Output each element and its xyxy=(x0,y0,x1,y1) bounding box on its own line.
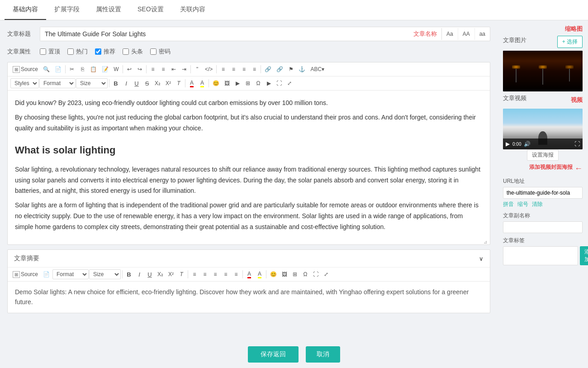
summary-remove-format-btn[interactable]: T xyxy=(176,269,186,279)
summary-bold-btn[interactable]: B xyxy=(124,269,134,279)
emoticon-btn[interactable]: 😊 xyxy=(210,78,222,88)
summary-source-btn[interactable]: ⊞ Source xyxy=(10,269,40,279)
underline-btn[interactable]: U xyxy=(132,78,142,88)
attr-hot[interactable]: 热门 xyxy=(67,48,88,56)
tab-attrs[interactable]: 属性设置 xyxy=(88,0,129,20)
summary-highlight-btn[interactable]: A xyxy=(255,269,265,279)
summary-font-color-btn[interactable]: A xyxy=(244,269,254,279)
indent-dec-btn[interactable]: ⇤ xyxy=(169,64,179,74)
ul-btn[interactable]: ≡ xyxy=(158,64,168,74)
anchor-btn[interactable]: ⚓ xyxy=(296,64,308,74)
summary-align-center-btn[interactable]: ≡ xyxy=(221,269,231,279)
summary-align-right-btn[interactable]: ≡ xyxy=(231,269,241,279)
doc-btn[interactable]: 📄 xyxy=(52,64,64,74)
youtube-btn[interactable]: ▶ xyxy=(264,78,274,88)
copy-btn[interactable]: ⎘ xyxy=(77,64,87,74)
superscript-btn[interactable]: X² xyxy=(163,78,173,88)
flag-btn[interactable]: ⚑ xyxy=(286,64,296,74)
summary-maximize-btn[interactable]: ⤢ xyxy=(321,269,331,279)
italic-btn[interactable]: I xyxy=(121,78,131,88)
editor-resize-handle[interactable]: ⊿ xyxy=(484,238,490,244)
bold-btn[interactable]: B xyxy=(111,78,121,88)
align-right-btn[interactable]: ≡ xyxy=(239,64,249,74)
align-justify-btn[interactable]: ≡ xyxy=(249,64,259,74)
undo-btn[interactable]: ↩ xyxy=(124,64,134,74)
tab-basic[interactable]: 基础内容 xyxy=(5,0,46,20)
editor-body[interactable]: Did you know? By 2023, using eco-friendl… xyxy=(8,91,490,244)
fullscreen-btn[interactable]: ⛶ xyxy=(274,78,284,88)
summary-subscript-btn[interactable]: X₂ xyxy=(155,269,166,279)
attr-password[interactable]: 密码 xyxy=(150,48,171,56)
thumbnail-select-btn[interactable]: + 选择 xyxy=(557,36,583,48)
summary-emoticon-btn[interactable]: 😊 xyxy=(268,269,279,279)
video-volume-btn[interactable]: 🔊 xyxy=(524,141,531,147)
format-select[interactable]: Format xyxy=(39,78,76,88)
remove-format-btn[interactable]: T xyxy=(174,78,184,88)
tab-seo[interactable]: SEO设置 xyxy=(129,0,172,20)
attr-hot-checkbox[interactable] xyxy=(67,48,74,55)
paste-text-btn[interactable]: 📝 xyxy=(100,64,111,74)
font-color-btn[interactable]: A xyxy=(187,78,197,88)
summary-italic-btn[interactable]: I xyxy=(134,269,144,279)
summary-header[interactable]: 文章摘要 ∨ xyxy=(8,250,490,268)
cancel-btn[interactable]: 取消 xyxy=(306,346,340,363)
case-aa2-btn[interactable]: aa xyxy=(475,28,490,40)
image-btn[interactable]: 🖼 xyxy=(222,78,232,88)
url-clear-btn[interactable]: 清除 xyxy=(532,201,543,208)
paste-btn[interactable]: 📋 xyxy=(88,64,99,74)
summary-table-btn[interactable]: ⊞ xyxy=(290,269,300,279)
subtitle-input[interactable] xyxy=(503,221,583,233)
summary-image-btn[interactable]: 🖼 xyxy=(280,269,289,279)
title-input[interactable] xyxy=(40,27,409,41)
summary-format-select[interactable]: Format xyxy=(52,269,89,279)
summary-special-char-btn[interactable]: Ω xyxy=(300,269,310,279)
video-fullscreen-btn[interactable]: ⛶ xyxy=(574,141,580,147)
styles-select[interactable]: Styles xyxy=(10,78,39,88)
summary-align-left-btn[interactable]: ≡ xyxy=(210,269,220,279)
url-shorten-btn[interactable]: 缩号 xyxy=(517,201,528,208)
summary-doc-btn[interactable]: 📄 xyxy=(41,269,52,279)
strike-btn[interactable]: S xyxy=(142,78,152,88)
align-center-btn[interactable]: ≡ xyxy=(228,64,238,74)
summary-underline-btn[interactable]: U xyxy=(145,269,155,279)
search-btn[interactable]: 🔍 xyxy=(41,64,52,74)
url-input[interactable] xyxy=(503,187,583,199)
quote-btn[interactable]: " xyxy=(192,64,202,74)
summary-ol-btn[interactable]: ≡ xyxy=(190,269,199,279)
redo-btn[interactable]: ↪ xyxy=(135,64,145,74)
summary-fullscreen-btn[interactable]: ⛶ xyxy=(311,269,321,279)
special-char-btn[interactable]: Ω xyxy=(253,78,263,88)
attr-zhiding-checkbox[interactable] xyxy=(40,48,46,55)
poster-btn[interactable]: 设置海报 xyxy=(527,149,559,161)
video-play-btn[interactable]: ▶ xyxy=(506,141,510,147)
summary-superscript-btn[interactable]: X² xyxy=(166,269,176,279)
url-pinyin-btn[interactable]: 拼音 xyxy=(503,201,514,208)
tab-extended[interactable]: 扩展字段 xyxy=(46,0,88,20)
highlight-btn[interactable]: A xyxy=(197,78,207,88)
attr-password-checkbox[interactable] xyxy=(150,48,156,55)
source-btn[interactable]: ⊞ Source xyxy=(10,64,40,74)
attr-recommend-checkbox[interactable] xyxy=(95,48,101,55)
indent-inc-btn[interactable]: ⇥ xyxy=(179,64,189,74)
ol-btn[interactable]: ≡ xyxy=(148,64,158,74)
summary-size-select[interactable]: Size xyxy=(89,269,121,279)
tags-add-btn[interactable]: 添加 xyxy=(580,246,588,265)
align-left-btn[interactable]: ≡ xyxy=(218,64,228,74)
summary-ul-btn[interactable]: ≡ xyxy=(200,269,210,279)
attr-zhiding[interactable]: 置顶 xyxy=(40,48,60,56)
spell-btn[interactable]: ABC▾ xyxy=(308,64,327,74)
attr-headline-checkbox[interactable] xyxy=(123,48,129,55)
summary-body[interactable]: Demo Solar lights: A new choice for effi… xyxy=(8,282,490,313)
attr-recommend[interactable]: 推荐 xyxy=(95,48,115,56)
tab-related[interactable]: 关联内容 xyxy=(172,0,213,20)
link-btn[interactable]: 🔗 xyxy=(262,64,274,74)
save-btn[interactable]: 保存返回 xyxy=(248,346,299,363)
paste-word-btn[interactable]: W xyxy=(111,64,121,74)
size-select[interactable]: Size xyxy=(76,78,108,88)
code-btn[interactable]: </> xyxy=(203,64,215,74)
case-AA-btn[interactable]: AA xyxy=(458,28,475,40)
flash-btn[interactable]: ▶ xyxy=(232,78,242,88)
tags-input[interactable] xyxy=(503,246,578,265)
case-aa-btn[interactable]: Aa xyxy=(442,28,458,40)
table-btn[interactable]: ⊞ xyxy=(243,78,253,88)
